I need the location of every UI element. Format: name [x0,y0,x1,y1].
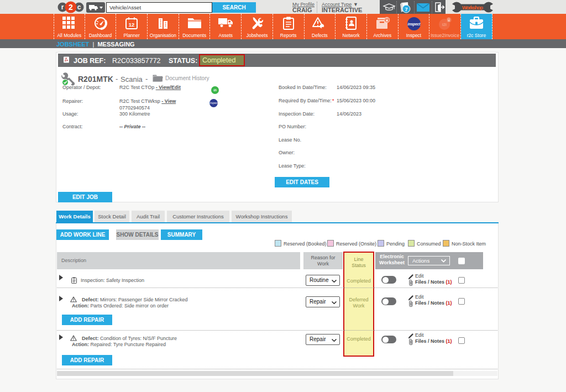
svg-text:2: 2 [69,3,73,12]
svg-text:r: r [61,3,64,11]
svg-text:inspect: inspect [407,22,421,27]
svg-text:12: 12 [129,22,135,28]
svg-text:Workshop: Workshop [462,4,483,11]
svg-text:c: c [77,3,81,11]
svg-text:i2i: i2i [442,23,447,27]
svg-text:7: 7 [405,7,407,12]
